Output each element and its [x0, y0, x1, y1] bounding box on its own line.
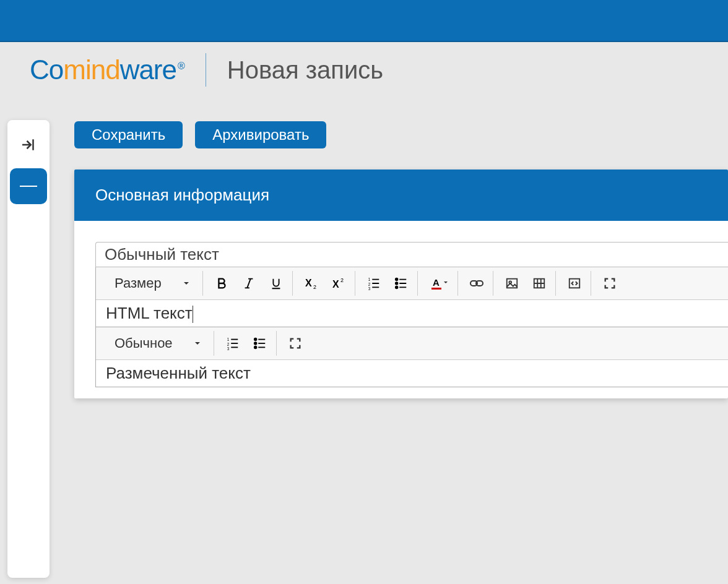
svg-rect-21 [431, 288, 441, 290]
image-icon [505, 277, 519, 290]
top-bar [0, 0, 728, 42]
text-style-label: Обычное [115, 335, 173, 351]
svg-point-39 [254, 346, 256, 349]
ordered-list-icon: 123 [226, 337, 240, 350]
unordered-list-icon [394, 277, 408, 290]
brand-part-ware: ware [120, 54, 176, 85]
fullscreen-button-2[interactable] [285, 333, 305, 353]
font-size-select[interactable]: Размер [108, 275, 196, 291]
brand-logo: Comindware® [30, 54, 184, 85]
html-editor-toolbar: Размер X2 X2 123 [96, 267, 728, 300]
text-style-select[interactable]: Обычное [108, 335, 207, 351]
action-buttons: Сохранить Архивировать [74, 121, 728, 148]
archive-button[interactable]: Архивировать [195, 121, 326, 148]
collapse-sidebar-button[interactable] [15, 131, 42, 158]
svg-text:1: 1 [227, 337, 229, 341]
panel-header: Основная информация [74, 170, 728, 221]
svg-text:2: 2 [227, 342, 229, 346]
svg-point-16 [395, 286, 397, 289]
ordered-list-button-2[interactable]: 123 [223, 333, 243, 353]
superscript-icon: X2 [331, 277, 346, 290]
caret-down-icon [183, 280, 190, 287]
italic-icon [242, 277, 256, 290]
html-editor: Размер X2 X2 123 [95, 267, 728, 327]
svg-text:2: 2 [313, 284, 316, 290]
text-color-icon: A [430, 277, 448, 290]
svg-text:3: 3 [368, 286, 370, 290]
content-area: Сохранить Архивировать Основная информац… [74, 121, 728, 398]
underline-icon [269, 277, 283, 290]
code-button[interactable] [565, 273, 584, 293]
brand-registered: ® [178, 61, 184, 71]
table-button[interactable] [529, 273, 549, 293]
svg-point-14 [395, 278, 397, 281]
underline-button[interactable] [266, 273, 286, 293]
arrow-to-bar-icon [19, 135, 38, 154]
unordered-list-button-2[interactable] [250, 333, 270, 353]
header: Comindware® Новая запись [0, 42, 728, 98]
text-color-button[interactable]: A [427, 273, 451, 293]
bold-button[interactable] [212, 273, 232, 293]
save-button[interactable]: Сохранить [74, 121, 183, 148]
fullscreen-icon [603, 277, 617, 290]
page-title: Новая запись [227, 56, 383, 84]
italic-button[interactable] [239, 273, 259, 293]
side-rail [7, 120, 50, 578]
panel-body: Размер X2 X2 123 [74, 221, 728, 398]
svg-text:1: 1 [368, 277, 370, 281]
svg-text:X: X [305, 278, 312, 288]
markup-editor-toolbar: Обычное 123 [96, 327, 728, 360]
svg-text:X: X [332, 279, 339, 290]
fullscreen-icon [288, 337, 302, 350]
link-icon [469, 277, 484, 290]
bold-icon [215, 277, 228, 290]
brand-part-co: Co [30, 54, 63, 85]
code-icon [568, 277, 581, 290]
header-divider [206, 53, 206, 87]
markup-editor: Обычное 123 Размеченный текст [95, 327, 728, 387]
caret-down-icon [194, 340, 201, 347]
subscript-icon: X2 [304, 277, 319, 290]
svg-text:2: 2 [340, 277, 344, 283]
svg-rect-24 [506, 279, 517, 288]
main-panel: Основная информация Размер [74, 170, 728, 398]
subscript-button[interactable]: X2 [301, 273, 321, 293]
table-icon [532, 277, 546, 290]
brand-part-mind: mind [63, 54, 119, 85]
ordered-list-button[interactable]: 123 [364, 273, 384, 293]
svg-text:3: 3 [227, 346, 229, 350]
svg-point-38 [254, 342, 256, 345]
html-text-value: HTML текст [106, 304, 193, 322]
html-editor-content[interactable]: HTML текст [96, 300, 728, 327]
svg-point-15 [395, 282, 397, 285]
svg-point-37 [254, 338, 256, 341]
link-button[interactable] [467, 273, 487, 293]
unordered-list-icon [253, 337, 267, 350]
plain-text-input[interactable] [95, 242, 728, 267]
hamburger-icon [20, 186, 37, 187]
fullscreen-button[interactable] [600, 273, 620, 293]
unordered-list-button[interactable] [391, 273, 411, 293]
image-button[interactable] [502, 273, 522, 293]
svg-line-0 [247, 279, 251, 288]
ordered-list-icon: 123 [367, 277, 381, 290]
svg-text:A: A [433, 277, 440, 288]
superscript-button[interactable]: X2 [329, 273, 349, 293]
markup-editor-content[interactable]: Размеченный текст [96, 360, 728, 387]
main-menu-button[interactable] [10, 168, 47, 204]
svg-text:2: 2 [368, 282, 370, 286]
font-size-label: Размер [115, 275, 162, 291]
